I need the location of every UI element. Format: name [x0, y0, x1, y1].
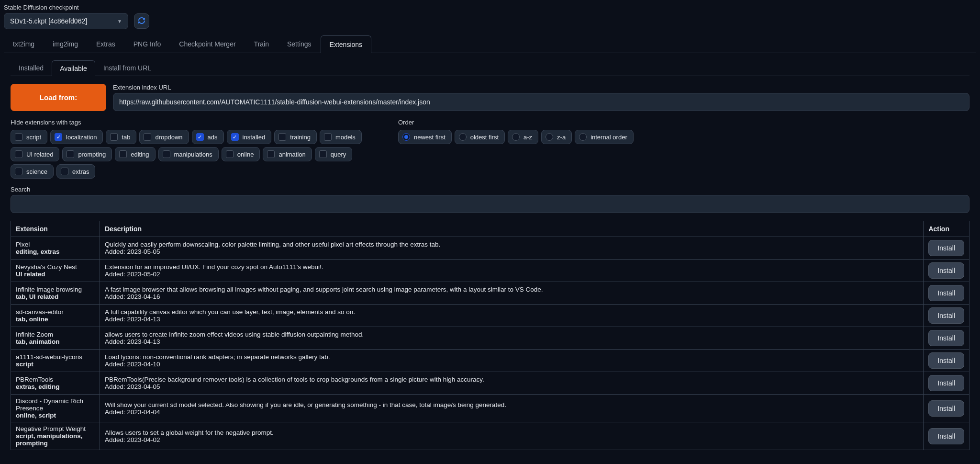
checkbox-icon — [196, 133, 204, 141]
tag-filter-science[interactable]: science — [11, 164, 54, 179]
extension-tags: script — [16, 361, 33, 368]
load-from-button[interactable]: Load from: — [11, 84, 106, 111]
tag-filter-dropdown[interactable]: dropdown — [139, 130, 189, 144]
install-button[interactable]: Install — [928, 307, 964, 324]
install-button[interactable]: Install — [928, 240, 964, 256]
chip-label: script — [26, 134, 41, 141]
chip-label: training — [290, 134, 311, 141]
install-button[interactable]: Install — [928, 352, 964, 369]
tag-filter-localization[interactable]: localization — [50, 130, 103, 144]
tag-filter-animation[interactable]: animation — [263, 147, 312, 161]
extension-description: A full capability canvas editor which yo… — [105, 308, 918, 316]
install-button[interactable]: Install — [928, 400, 964, 417]
checkbox-icon — [267, 150, 275, 158]
subtab-installed[interactable]: Installed — [11, 60, 52, 76]
extension-tags: extras, editing — [16, 383, 60, 390]
table-row: PBRemToolsextras, editingPBRemTools(Prec… — [11, 372, 969, 395]
chip-label: models — [335, 134, 356, 141]
subtab-install-from-url[interactable]: Install from URL — [95, 60, 159, 76]
checkbox-icon — [15, 168, 22, 175]
checkbox-icon — [119, 150, 127, 158]
tag-filter-online[interactable]: online — [222, 147, 260, 161]
order-internal-order[interactable]: internal order — [575, 130, 634, 144]
chip-label: prompting — [78, 151, 106, 158]
tag-filter-editing[interactable]: editing — [115, 147, 155, 161]
checkpoint-label: Stable Diffusion checkpoint — [4, 4, 976, 11]
tag-filter-manipulations[interactable]: manipulations — [158, 147, 219, 161]
tab-train[interactable]: Train — [245, 35, 278, 53]
order-oldest-first[interactable]: oldest first — [455, 130, 505, 144]
radio-icon — [512, 133, 520, 141]
checkbox-icon — [110, 133, 118, 141]
tab-checkpoint-merger[interactable]: Checkpoint Merger — [170, 35, 245, 53]
tag-filter-query[interactable]: query — [315, 147, 353, 161]
tag-filter-models[interactable]: models — [320, 130, 362, 144]
install-button[interactable]: Install — [928, 262, 964, 279]
tab-png-info[interactable]: PNG Info — [124, 35, 170, 53]
tab-img2img[interactable]: img2img — [44, 35, 87, 53]
chip-label: online — [237, 151, 254, 158]
tag-filter-script[interactable]: script — [11, 130, 47, 144]
extension-description: A fast image browser that allows browsin… — [105, 286, 918, 293]
extension-name: Pixel — [16, 241, 95, 248]
table-row: Pixelediting, extrasQuickly and easily p… — [11, 237, 969, 260]
extension-description: Quickly and easily perform downscaling, … — [105, 241, 918, 248]
chip-label: dropdown — [155, 134, 182, 141]
chip-label: a-z — [523, 134, 532, 141]
chip-label: manipulations — [174, 151, 212, 158]
url-label: Extension index URL — [113, 84, 969, 91]
chip-label: query — [331, 151, 346, 158]
tab-settings[interactable]: Settings — [278, 35, 321, 53]
tag-filter-prompting[interactable]: prompting — [62, 147, 112, 161]
subtab-available[interactable]: Available — [52, 60, 95, 76]
table-row: Discord - Dynamic Rich Presenceonline, s… — [11, 395, 969, 422]
install-button[interactable]: Install — [928, 285, 964, 301]
tag-filter-ads[interactable]: ads — [192, 130, 224, 144]
tab-txt2img[interactable]: txt2img — [4, 35, 44, 53]
tag-filter-group: scriptlocalizationtabdropdownadsinstalle… — [11, 130, 379, 179]
extension-tags: script, manipulations, prompting — [16, 432, 83, 447]
table-row: Infinite image browsingtab, UI relatedA … — [11, 282, 969, 305]
tag-filter-training[interactable]: training — [274, 130, 317, 144]
order-a-z[interactable]: a-z — [508, 130, 538, 144]
table-row: Negative Prompt Weightscript, manipulati… — [11, 422, 969, 450]
install-button[interactable]: Install — [928, 428, 964, 444]
tag-filter-tab[interactable]: tab — [106, 130, 136, 144]
checkbox-icon — [324, 133, 332, 141]
extension-description: PBRemTools(Precise background remover to… — [105, 376, 918, 383]
extension-tags: tab, animation — [16, 338, 60, 345]
table-row: Infinite Zoomtab, animationallows users … — [11, 327, 969, 350]
table-row: sd-canvas-editortab, onlineA full capabi… — [11, 305, 969, 327]
col-extension: Extension — [11, 221, 100, 237]
refresh-button[interactable] — [134, 13, 149, 29]
extension-added: Added: 2023-04-13 — [105, 316, 918, 323]
chip-label: animation — [278, 151, 305, 158]
tag-filter-extras[interactable]: extras — [56, 164, 95, 179]
order-radio-group: newest firstoldest firsta-zz-ainternal o… — [398, 130, 634, 144]
chevron-down-icon: ▼ — [117, 19, 122, 24]
chip-label: science — [26, 168, 47, 175]
install-button[interactable]: Install — [928, 330, 964, 346]
extension-description: allows users to create infinite zoom eff… — [105, 331, 918, 338]
radio-icon — [459, 133, 467, 141]
tag-filter-UI-related[interactable]: UI related — [11, 147, 59, 161]
extension-index-url-input[interactable] — [113, 93, 969, 111]
tab-extensions[interactable]: Extensions — [321, 35, 371, 53]
chip-label: localization — [66, 134, 97, 141]
search-input[interactable] — [11, 195, 969, 213]
tab-extras[interactable]: Extras — [87, 35, 124, 53]
tag-filter-installed[interactable]: installed — [227, 130, 272, 144]
radio-icon — [402, 133, 410, 141]
extensions-table: Extension Description Action Pixeleditin… — [11, 221, 969, 450]
checkpoint-select[interactable]: SDv1-5.ckpt [4c86efd062] ▼ — [4, 13, 128, 29]
install-button[interactable]: Install — [928, 375, 964, 391]
extension-tags: UI related — [16, 271, 45, 278]
chip-label: tab — [122, 134, 130, 141]
chip-label: z-a — [557, 134, 566, 141]
order-z-a[interactable]: z-a — [541, 130, 572, 144]
extension-added: Added: 2023-04-02 — [105, 436, 918, 443]
checkbox-icon — [15, 150, 22, 158]
extension-added: Added: 2023-04-16 — [105, 293, 918, 300]
sub-tabs: InstalledAvailableInstall from URL — [11, 60, 969, 76]
order-newest-first[interactable]: newest first — [398, 130, 452, 144]
